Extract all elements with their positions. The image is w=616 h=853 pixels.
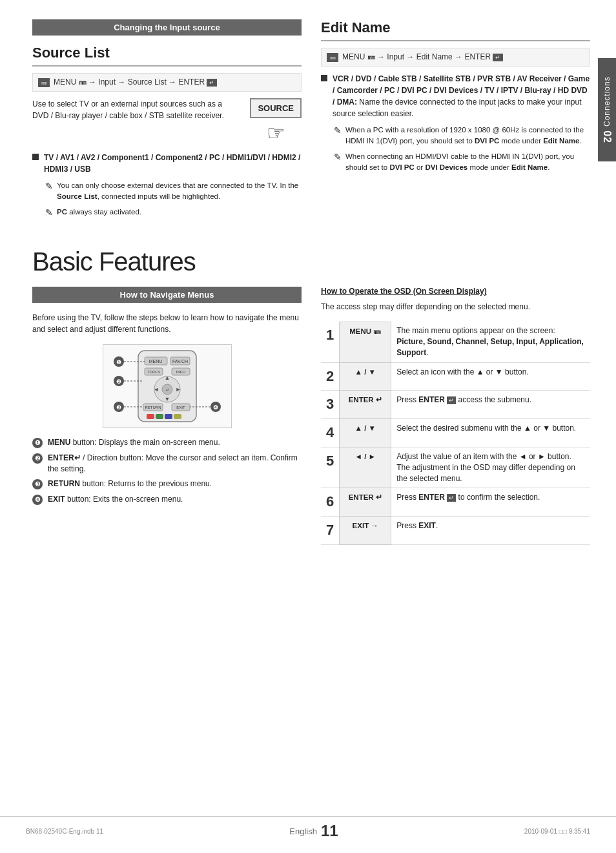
footer-left-text: BN68-02540C-Eng.indb 11 <box>26 828 103 835</box>
source-image-area: SOURCE ☞ <box>250 98 302 145</box>
osd-desc-2: Select an icon with the ▲ or ▼ button. <box>391 362 590 391</box>
source-label: SOURCE <box>250 98 302 118</box>
numbered-item-3: ❸ RETURN button: Returns to the previous… <box>32 478 302 489</box>
basic-features-title: Basic Features <box>32 247 590 276</box>
svg-text:▲: ▲ <box>164 375 170 381</box>
edit-name-title: Edit Name <box>321 19 590 41</box>
svg-rect-21 <box>156 414 163 419</box>
source-subnote-1: ✎ You can only choose external devices t… <box>45 180 302 203</box>
page-container: 02 Connections Changing the Input source… <box>0 0 616 853</box>
svg-text:EXIT: EXIT <box>176 406 185 409</box>
osd-row-7: 7 EXIT → Press EXIT. <box>321 517 590 545</box>
osd-desc-1: The main menu options appear on the scre… <box>391 322 590 362</box>
osd-key-7: EXIT → <box>340 517 391 545</box>
svg-text:INFO: INFO <box>176 370 185 374</box>
num-circle-4: ❹ <box>32 495 43 505</box>
edit-name-menu-icon: ㎜ <box>327 53 338 62</box>
svg-text:TOOLS: TOOLS <box>147 370 159 374</box>
edit-name-path-text: MENU ㎜ → Input → Edit Name → ENTER ↵ <box>342 52 503 63</box>
osd-key-6: ENTER ↵ <box>340 488 391 517</box>
numbered-item-4: ❹ EXIT button: Exits the on-screen menu. <box>32 494 302 505</box>
numbered-item-text-1: MENU button: Displays the main on-screen… <box>48 437 220 448</box>
osd-row-4: 4 ▲ / ▼ Select the desired submenu with … <box>321 419 590 447</box>
svg-text:MENU: MENU <box>149 359 162 364</box>
numbered-item-1: ❶ MENU button: Displays the main on-scre… <box>32 437 302 448</box>
osd-key-1: MENU ㎜ <box>340 322 391 362</box>
language-label: English <box>289 827 317 836</box>
top-section: Changing the Input source Source List ㎜ … <box>32 19 590 221</box>
source-subnote-2: ✎ PC always stay activated. <box>45 207 302 218</box>
svg-rect-20 <box>147 414 154 419</box>
osd-desc-5: Adjust the value of an item with the ◄ o… <box>391 447 590 488</box>
how-to-nav-header: How to Navigate Menus <box>32 287 302 303</box>
source-list-menu-path: ㎜ MENU ㎜ → Input → Source List → ENTER ↵ <box>32 73 302 92</box>
numbered-item-text-4: EXIT button: Exits the on-screen menu. <box>48 494 183 505</box>
source-list-title: Source List <box>32 45 302 67</box>
changing-input-header: Changing the Input source <box>32 19 302 36</box>
basic-features-section: Basic Features How to Navigate Menus Bef… <box>32 247 590 545</box>
num-circle-2: ❷ <box>32 453 43 464</box>
osd-num-3: 3 <box>321 391 340 419</box>
right-column: Edit Name ㎜ MENU ㎜ → Input → Edit Name →… <box>321 19 590 221</box>
pencil-icon-4: ✎ <box>334 152 342 162</box>
pencil-icon-2: ✎ <box>45 207 53 218</box>
osd-num-5: 5 <box>321 447 340 488</box>
osd-key-4: ▲ / ▼ <box>340 419 391 447</box>
osd-body: The access step may differ depending on … <box>321 301 590 313</box>
edit-name-note-1: ✎ When a PC with a resolution of 1920 x … <box>334 125 590 147</box>
svg-text:❶: ❶ <box>116 359 121 365</box>
svg-text:↵: ↵ <box>165 388 169 392</box>
svg-text:❷: ❷ <box>116 378 121 385</box>
source-list-body-area: SOURCE ☞ Use to select TV or an external… <box>32 98 302 152</box>
osd-row-3: 3 ENTER ↵ Press ENTER ↵ access the subme… <box>321 391 590 419</box>
osd-desc-4: Select the desired submenu with the ▲ or… <box>391 419 590 447</box>
svg-rect-23 <box>174 414 181 419</box>
how-to-osd: How to Operate the OSD (On Screen Displa… <box>321 287 590 545</box>
svg-text:❸: ❸ <box>116 404 121 411</box>
how-to-nav-body: Before using the TV, follow the steps be… <box>32 312 302 335</box>
osd-desc-6: Press ENTER ↵ to confirm the selection. <box>391 488 590 517</box>
edit-name-bullet-text: VCR / DVD / Cable STB / Satellite STB / … <box>333 73 590 119</box>
page-footer: BN68-02540C-Eng.indb 11 English 11 2010-… <box>0 816 616 840</box>
svg-text:▼: ▼ <box>164 396 170 402</box>
svg-rect-22 <box>165 414 172 419</box>
osd-row-5: 5 ◄ / ► Adjust the value of an item with… <box>321 447 590 488</box>
edit-name-note-text-1: When a PC with a resolution of 1920 x 10… <box>345 125 590 147</box>
side-tab: 02 Connections <box>598 58 616 161</box>
source-note-text-1: You can only choose external devices tha… <box>57 180 302 203</box>
osd-num-7: 7 <box>321 517 340 545</box>
edit-name-bullet-square <box>321 75 327 81</box>
numbered-item-text-2: ENTER↵ / Direction button: Move the curs… <box>48 453 302 475</box>
source-bullet-item: TV / AV1 / AV2 / Component1 / Component2… <box>32 152 302 175</box>
bullet-square-icon <box>32 154 39 160</box>
num-circle-1: ❶ <box>32 438 43 448</box>
osd-key-3: ENTER ↵ <box>340 391 391 419</box>
numbered-items-list: ❶ MENU button: Displays the main on-scre… <box>32 437 302 506</box>
how-to-section: How to Navigate Menus Before using the T… <box>32 287 590 545</box>
menu-icon: ㎜ <box>38 78 50 87</box>
source-hand-icon: ☞ <box>250 121 302 145</box>
svg-text:►: ► <box>175 386 181 393</box>
num-circle-3: ❸ <box>32 479 43 489</box>
page-num-area: English 11 <box>289 822 338 840</box>
osd-num-1: 1 <box>321 322 340 362</box>
numbered-item-text-3: RETURN button: Returns to the previous m… <box>48 478 212 489</box>
osd-key-2: ▲ / ▼ <box>340 362 391 391</box>
osd-row-1: 1 MENU ㎜ The main menu options appear on… <box>321 322 590 362</box>
page-number: 11 <box>321 822 338 840</box>
osd-desc-7: Press EXIT. <box>391 517 590 545</box>
remote-diagram: MENU FAV.CH TOOLS INFO ▲ ▼ <box>103 344 232 428</box>
osd-row-6: 6 ENTER ↵ Press ENTER ↵ to confirm the s… <box>321 488 590 517</box>
osd-num-2: 2 <box>321 362 340 391</box>
edit-name-note-2: ✎ When connecting an HDMI/DVI cable to t… <box>334 151 590 174</box>
osd-key-5: ◄ / ► <box>340 447 391 488</box>
how-to-navigate: How to Navigate Menus Before using the T… <box>32 287 302 545</box>
osd-desc-3: Press ENTER ↵ access the submenu. <box>391 391 590 419</box>
osd-num-6: 6 <box>321 488 340 517</box>
edit-name-menu-path: ㎜ MENU ㎜ → Input → Edit Name → ENTER ↵ <box>321 48 590 67</box>
svg-text:RETURN: RETURN <box>145 406 161 409</box>
numbered-item-2: ❷ ENTER↵ / Direction button: Move the cu… <box>32 453 302 475</box>
svg-text:❹: ❹ <box>213 404 218 411</box>
source-bullet-text: TV / AV1 / AV2 / Component1 / Component2… <box>44 152 302 175</box>
left-column: Changing the Input source Source List ㎜ … <box>32 19 302 221</box>
